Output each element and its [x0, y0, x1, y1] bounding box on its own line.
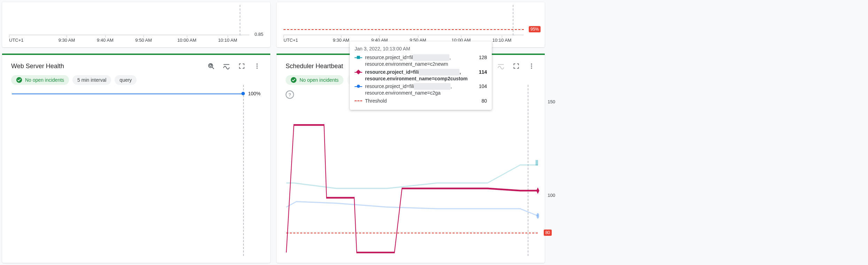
now-indicator: [513, 5, 513, 35]
chart-area[interactable]: 100%: [12, 88, 263, 252]
x-axis: UTC+1 9:30 AM 9:40 AM 9:50 AM 10:00 AM 1…: [284, 35, 524, 35]
series-c2newm: [286, 165, 538, 188]
series-end-marker: [241, 92, 245, 95]
x-tick: 9:50 AM: [135, 38, 152, 43]
incident-status-chip[interactable]: No open incidents: [286, 75, 343, 85]
scheduler-heartbeat-panel: Scheduler Heartbeat: [277, 54, 545, 263]
square-marker-icon: [357, 56, 360, 59]
x-axis: UTC+1 9:30 AM 9:40 AM 9:50 AM 10:00 AM 1…: [9, 35, 249, 35]
diamond-marker-icon: [356, 70, 361, 74]
web-server-health-panel: Web Server Health: [2, 54, 270, 263]
dashboard-grid: 0.9 UTC+1 9:30 AM 9:40 AM 9:50 AM 10:00 …: [2, 2, 545, 263]
upper-left-chart-card: 0.9 UTC+1 9:30 AM 9:40 AM 9:50 AM 10:00 …: [2, 2, 270, 47]
svg-point-12: [531, 67, 532, 69]
timezone-label: UTC+1: [284, 38, 298, 43]
tooltip-series-label: resource.project_id=filxxxxxxxxxxxxxxx, …: [365, 54, 470, 67]
incident-status-text: No open incidents: [300, 77, 339, 83]
tooltip-row: resource.project_id=filxxxxxxxxxxxxxxx, …: [355, 54, 487, 67]
tooltip-row: resource.project_id=filixxxxxxxxxxxxxxx,…: [355, 69, 487, 82]
svg-point-5: [256, 67, 257, 69]
now-indicator: [240, 5, 240, 35]
svg-point-4: [256, 65, 257, 66]
threshold-badge: 95%: [529, 26, 541, 32]
tooltip-row: resource.project_id=filixxxxxxxxxxxxxxx,…: [355, 83, 487, 96]
query-chip[interactable]: query: [115, 75, 137, 85]
panel-title: Scheduler Heartbeat: [286, 63, 343, 70]
y-tick-label: 150: [548, 99, 555, 104]
tooltip-row: Threshold 80: [355, 98, 487, 104]
reset-zoom-icon[interactable]: [205, 60, 217, 72]
toggle-legend-icon[interactable]: [495, 60, 507, 72]
fullscreen-icon[interactable]: [510, 60, 522, 72]
timezone-label: UTC+1: [9, 38, 24, 43]
more-options-icon[interactable]: [251, 60, 263, 72]
x-tick: 10:00 AM: [177, 38, 196, 43]
tooltip-series-value: 104: [473, 83, 487, 90]
tooltip-timestamp: Jan 3, 2022, 10:13:00 AM: [355, 46, 487, 52]
panel-status-bar: [2, 54, 270, 55]
check-circle-icon: [290, 77, 297, 83]
chart-tooltip: Jan 3, 2022, 10:13:00 AM resource.projec…: [350, 41, 492, 110]
x-tick: 10:10 AM: [218, 38, 237, 43]
series-c2ga: [286, 202, 538, 216]
tooltip-threshold-label: Threshold: [365, 98, 470, 104]
threshold-line: [284, 29, 524, 30]
marker-square-icon: [536, 160, 538, 166]
svg-line-1: [212, 67, 214, 69]
tooltip-series-label: resource.project_id=filixxxxxxxxxxxxxxx,…: [365, 83, 470, 96]
x-tick: 9:40 AM: [97, 38, 114, 43]
tooltip-series-value: 128: [473, 54, 487, 61]
tooltip-threshold-value: 80: [473, 98, 487, 104]
x-tick: 10:10 AM: [492, 38, 511, 43]
check-circle-icon: [16, 77, 22, 83]
tooltip-series-label: resource.project_id=filixxxxxxxxxxxxxxx,…: [365, 69, 470, 82]
fullscreen-icon[interactable]: [235, 60, 248, 72]
svg-point-3: [256, 64, 257, 65]
threshold-badge: 80: [544, 230, 552, 236]
x-tick: 9:30 AM: [333, 38, 349, 43]
upper-right-chart-card: 95% UTC+1 9:30 AM 9:40 AM 9:50 AM 10:00 …: [277, 2, 545, 47]
interval-chip[interactable]: 5 min interval: [72, 75, 111, 85]
series-line: [12, 94, 243, 94]
incident-status-text: No open incidents: [25, 77, 64, 83]
panel-title: Web Server Health: [11, 63, 64, 70]
now-indicator: [243, 85, 244, 256]
toggle-legend-icon[interactable]: [220, 60, 233, 72]
series-svg: [286, 88, 538, 252]
series-comp2custom: [286, 125, 538, 252]
marker-diamond-icon: [536, 187, 540, 194]
marker-circle-icon: [536, 213, 539, 219]
circle-marker-icon: [357, 85, 360, 88]
chart-area[interactable]: ? 150 100 80: [286, 88, 538, 252]
y-tick-label: 100: [548, 192, 555, 198]
incident-status-chip[interactable]: No open incidents: [11, 75, 69, 85]
svg-point-11: [531, 65, 532, 66]
x-tick: 9:30 AM: [59, 38, 75, 43]
series-end-label: 100%: [248, 91, 261, 96]
tooltip-series-value: 114: [473, 69, 487, 75]
svg-point-10: [531, 64, 532, 65]
more-options-icon[interactable]: [525, 60, 538, 72]
y-tick-label: 0.85: [255, 32, 263, 37]
